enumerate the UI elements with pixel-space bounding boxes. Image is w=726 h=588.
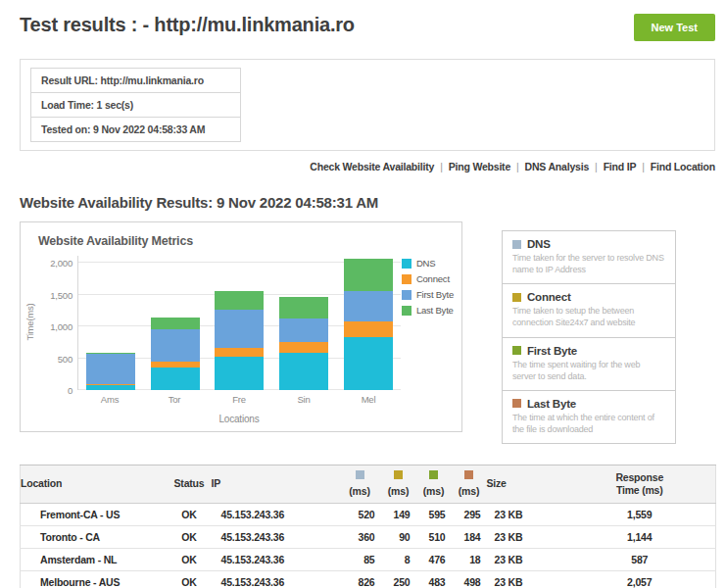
legend-label: Last Byte	[416, 305, 454, 316]
last-byte-swatch-icon	[512, 399, 521, 408]
bar-segment-last-byte	[151, 318, 200, 329]
column-header-size: Size	[487, 466, 564, 504]
cell-location: Toronto - CA	[21, 526, 168, 549]
ms-label: (ms)	[452, 485, 487, 499]
cell-ms-connect: 8	[381, 549, 416, 571]
page: Test results : - http://mu.linkmania.ro …	[0, 0, 726, 588]
metric-title: Last Byte	[527, 398, 576, 410]
column-header-ms-connect: (ms)	[381, 466, 416, 504]
metric-first-byte: First ByteThe time spent waiting for the…	[502, 337, 676, 391]
response-label-line2: Time (ms)	[564, 484, 716, 498]
availability-chart: Website Availability Metrics Time(ms) 05…	[20, 221, 462, 432]
results-table: LocationStatusIP(ms)(ms)(ms)(ms)SizeResp…	[20, 465, 716, 588]
legend-item-connect: Connect	[402, 273, 454, 284]
table-header-row: LocationStatusIP(ms)(ms)(ms)(ms)SizeResp…	[21, 466, 716, 504]
table-row-toronto-ca: Toronto - CAOK45.153.243.363609051018423…	[21, 526, 716, 549]
bar-segment-first-byte	[279, 318, 328, 342]
column-header-ms-first-byte: (ms)	[416, 466, 452, 504]
quick-link-find-ip[interactable]: Find IP	[604, 161, 637, 172]
new-test-button[interactable]: New Test	[634, 14, 715, 41]
chart-area: Time(ms) 05001,0001,5002,000 AmsTorFreSi…	[21, 256, 461, 424]
cell-ms-last-byte: 498	[452, 571, 487, 588]
metric-head: Last Byte	[512, 398, 665, 410]
link-separator: |	[440, 161, 443, 172]
metric-title: Connect	[527, 291, 571, 303]
bar-segment-first-byte	[215, 310, 264, 348]
metric-description: The time at which the entire content of …	[512, 412, 665, 435]
legend-item-last-byte: Last Byte	[402, 305, 454, 316]
chart-legend: DNSConnectFirst ByteLast Byte	[402, 258, 454, 320]
cell-size: 23 KB	[487, 504, 564, 526]
connect-swatch-icon	[512, 293, 521, 302]
quick-links: Check Website Availability|Ping Website|…	[20, 161, 715, 174]
test-summary-box: Result URL: http://mu.linkmania.roLoad T…	[20, 59, 715, 151]
cell-size: 23 KB	[487, 571, 564, 588]
column-header-ip: IP	[212, 466, 339, 504]
cell-response-time: 1,144	[564, 526, 716, 549]
quick-link-dns-analysis[interactable]: DNS Analysis	[525, 161, 590, 172]
bar-segment-last-byte	[279, 297, 328, 318]
charts-row: Website Availability Metrics Time(ms) 05…	[20, 221, 715, 444]
bar-slot	[143, 256, 208, 390]
cell-ip: 45.153.243.36	[212, 526, 339, 549]
link-separator: |	[595, 161, 598, 172]
metric-head: First Byte	[512, 345, 665, 357]
bar-slot	[208, 256, 272, 390]
table-row-fremont-ca-us: Fremont-CA - USOK45.153.243.365201495952…	[21, 504, 716, 526]
column-header-ms-last-byte: (ms)	[452, 466, 487, 504]
cell-location: Amsterdam - NL	[21, 549, 168, 571]
cell-response-time: 2,057	[564, 571, 716, 588]
cell-ms-first-byte: 476	[416, 549, 452, 571]
metric-head: DNS	[512, 238, 665, 250]
legend-item-first-byte: First Byte	[402, 289, 454, 300]
legend-label: Connect	[416, 273, 450, 284]
y-tick-label: 1,000	[50, 321, 73, 332]
chart-title: Website Availability Metrics	[21, 222, 461, 248]
metric-connect: ConnectTime taken to setup the between c…	[502, 283, 676, 337]
cell-location: Melbourne - AUS	[21, 571, 168, 588]
ms-label: (ms)	[339, 485, 381, 499]
x-tick-label: Fre	[207, 394, 271, 405]
quick-link-ping-website[interactable]: Ping Website	[449, 161, 510, 172]
section-heading: Website Availability Results: 9 Nov 2022…	[20, 194, 715, 211]
metric-last-byte: Last ByteThe time at which the entire co…	[502, 390, 676, 444]
summary-row: Result URL: http://mu.linkmania.ro	[30, 68, 241, 93]
cell-ms-last-byte: 18	[452, 549, 487, 571]
cell-ms-connect: 149	[381, 504, 416, 526]
bar-segment-dns	[151, 368, 200, 390]
legend-item-dns: DNS	[402, 258, 454, 269]
y-axis: 05001,0001,5002,000	[36, 256, 77, 390]
y-tick-label: 500	[58, 353, 73, 364]
y-axis-label: Time(ms)	[24, 300, 35, 345]
quick-link-find-location[interactable]: Find Location	[651, 161, 715, 172]
cell-status: OK	[168, 549, 212, 571]
column-header-status: Status	[168, 466, 212, 504]
stacked-bar-mel	[344, 259, 393, 390]
metric-description: Time taken for the server to resolve DNS…	[512, 252, 665, 275]
cell-ms-dns: 360	[339, 526, 381, 549]
legend-label: First Byte	[416, 289, 454, 300]
cell-ms-dns: 85	[339, 549, 381, 571]
legend-swatch-connect-icon	[402, 274, 411, 284]
cell-ip: 45.153.243.36	[212, 571, 339, 588]
stacked-bar-fre	[215, 291, 264, 390]
summary-row: Tested on: 9 Nov 2022 04:58:33 AM	[30, 117, 241, 142]
x-tick-label: Tor	[142, 394, 207, 405]
cell-status: OK	[168, 504, 212, 526]
bar-slot	[336, 256, 401, 390]
cell-ms-first-byte: 510	[416, 526, 452, 549]
link-separator: |	[516, 161, 519, 172]
cell-ms-connect: 90	[381, 526, 416, 549]
bar-segment-first-byte	[344, 291, 393, 321]
link-separator: |	[642, 161, 645, 172]
cell-ms-dns: 826	[339, 571, 381, 588]
cell-ms-first-byte: 595	[416, 504, 452, 526]
y-tick-label: 2,000	[50, 258, 73, 269]
quick-link-check-website-availability[interactable]: Check Website Availability	[310, 161, 434, 172]
response-label-line1: Response	[564, 471, 716, 485]
bar-slot	[271, 256, 336, 390]
bar-segment-dns	[215, 357, 264, 390]
legend-label: DNS	[416, 258, 435, 269]
cell-ip: 45.153.243.36	[212, 504, 339, 526]
cell-ms-first-byte: 483	[416, 571, 452, 588]
